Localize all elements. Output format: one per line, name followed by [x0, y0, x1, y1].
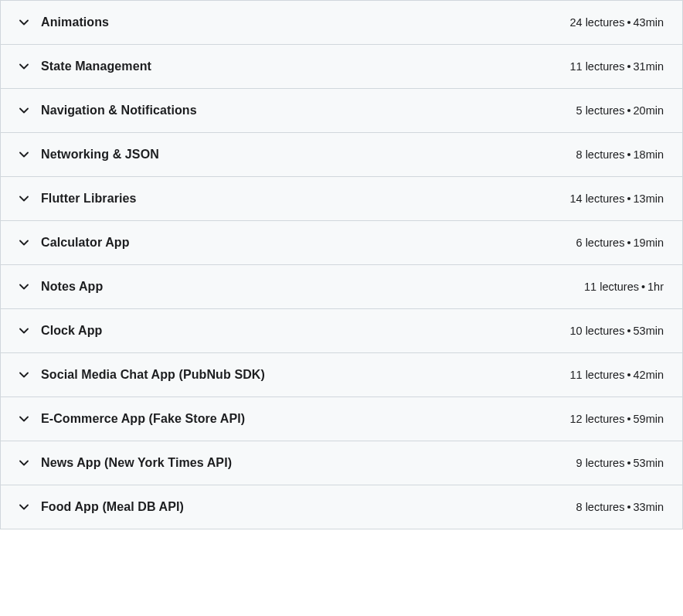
- separator-dot: •: [624, 325, 633, 337]
- separator-dot: •: [624, 192, 633, 205]
- section-lectures-count: 11 lectures: [569, 369, 624, 381]
- section-title: Notes App: [41, 280, 103, 294]
- section-lectures-count: 9 lectures: [576, 457, 625, 469]
- section-row[interactable]: Clock App10 lectures•53min: [1, 309, 682, 353]
- section-row[interactable]: Notes App11 lectures•1hr: [1, 265, 682, 309]
- section-title: State Management: [41, 60, 151, 73]
- section-meta: 9 lectures•53min: [576, 457, 664, 469]
- section-lectures-count: 6 lectures: [576, 237, 625, 249]
- section-row[interactable]: Calculator App6 lectures•19min: [1, 221, 682, 265]
- section-meta: 10 lectures•53min: [569, 325, 664, 337]
- section-title: Animations: [41, 15, 109, 29]
- separator-dot: •: [624, 104, 633, 117]
- chevron-down-icon: [19, 458, 29, 468]
- section-duration: 53min: [634, 457, 664, 469]
- section-duration: 42min: [634, 369, 664, 381]
- section-meta: 14 lectures•13min: [569, 192, 664, 205]
- chevron-down-icon: [19, 326, 29, 335]
- section-meta: 5 lectures•20min: [576, 104, 664, 117]
- section-lectures-count: 24 lectures: [569, 16, 624, 29]
- section-lectures-count: 8 lectures: [576, 501, 625, 513]
- separator-dot: •: [624, 457, 633, 469]
- section-row[interactable]: Navigation & Notifications5 lectures•20m…: [1, 89, 682, 133]
- section-row[interactable]: State Management11 lectures•31min: [1, 45, 682, 89]
- chevron-down-icon: [19, 414, 29, 424]
- section-row-left: News App (New York Times API): [19, 456, 232, 470]
- chevron-down-icon: [19, 282, 29, 291]
- section-title: Calculator App: [41, 236, 130, 250]
- chevron-down-icon: [19, 194, 29, 203]
- section-title: Navigation & Notifications: [41, 104, 197, 117]
- separator-dot: •: [624, 369, 633, 381]
- section-row-left: Social Media Chat App (PubNub SDK): [19, 368, 265, 382]
- section-duration: 43min: [634, 16, 664, 29]
- separator-dot: •: [624, 413, 633, 425]
- chevron-down-icon: [19, 150, 29, 159]
- section-row-left: Calculator App: [19, 236, 130, 250]
- section-row[interactable]: Social Media Chat App (PubNub SDK)11 lec…: [1, 353, 682, 397]
- section-lectures-count: 10 lectures: [569, 325, 624, 337]
- section-lectures-count: 12 lectures: [569, 413, 624, 425]
- separator-dot: •: [624, 60, 633, 73]
- section-row-left: Food App (Meal DB API): [19, 500, 184, 514]
- section-row-left: Animations: [19, 15, 109, 29]
- section-row-left: Clock App: [19, 324, 102, 338]
- section-row-left: E-Commerce App (Fake Store API): [19, 412, 245, 426]
- section-title: Social Media Chat App (PubNub SDK): [41, 368, 265, 382]
- section-row-left: State Management: [19, 60, 151, 73]
- section-meta: 11 lectures•1hr: [584, 281, 664, 293]
- section-row[interactable]: E-Commerce App (Fake Store API)12 lectur…: [1, 397, 682, 441]
- section-meta: 11 lectures•42min: [569, 369, 664, 381]
- separator-dot: •: [624, 16, 633, 29]
- section-title: Networking & JSON: [41, 148, 159, 162]
- section-meta: 12 lectures•59min: [569, 413, 664, 425]
- section-meta: 8 lectures•33min: [576, 501, 664, 513]
- section-duration: 18min: [634, 148, 664, 161]
- separator-dot: •: [639, 281, 647, 293]
- chevron-down-icon: [19, 106, 29, 115]
- chevron-down-icon: [19, 370, 29, 379]
- section-meta: 24 lectures•43min: [569, 16, 664, 29]
- section-title: Clock App: [41, 324, 102, 338]
- section-lectures-count: 14 lectures: [569, 192, 624, 205]
- section-row[interactable]: Food App (Meal DB API)8 lectures•33min: [1, 485, 682, 529]
- section-duration: 33min: [634, 501, 664, 513]
- section-duration: 59min: [634, 413, 664, 425]
- section-row-left: Networking & JSON: [19, 148, 159, 162]
- section-duration: 19min: [634, 237, 664, 249]
- section-duration: 1hr: [647, 281, 664, 293]
- section-duration: 53min: [634, 325, 664, 337]
- separator-dot: •: [624, 237, 633, 249]
- section-title: E-Commerce App (Fake Store API): [41, 412, 245, 426]
- section-row[interactable]: Flutter Libraries14 lectures•13min: [1, 177, 682, 221]
- chevron-down-icon: [19, 18, 29, 27]
- section-duration: 20min: [634, 104, 664, 117]
- chevron-down-icon: [19, 62, 29, 71]
- chevron-down-icon: [19, 238, 29, 247]
- section-title: News App (New York Times API): [41, 456, 232, 470]
- chevron-down-icon: [19, 502, 29, 512]
- section-lectures-count: 11 lectures: [569, 60, 624, 73]
- section-duration: 13min: [634, 192, 664, 205]
- section-row[interactable]: News App (New York Times API)9 lectures•…: [1, 441, 682, 485]
- section-lectures-count: 8 lectures: [576, 148, 625, 161]
- section-title: Food App (Meal DB API): [41, 500, 184, 514]
- section-duration: 31min: [634, 60, 664, 73]
- section-row-left: Navigation & Notifications: [19, 104, 197, 117]
- section-row-left: Notes App: [19, 280, 103, 294]
- section-meta: 11 lectures•31min: [569, 60, 664, 73]
- section-meta: 6 lectures•19min: [576, 237, 664, 249]
- section-lectures-count: 11 lectures: [584, 281, 639, 293]
- section-row[interactable]: Networking & JSON8 lectures•18min: [1, 133, 682, 177]
- separator-dot: •: [624, 148, 633, 161]
- separator-dot: •: [624, 501, 633, 513]
- section-lectures-count: 5 lectures: [576, 104, 625, 117]
- section-row-left: Flutter Libraries: [19, 192, 137, 206]
- section-row[interactable]: Animations24 lectures•43min: [1, 1, 682, 45]
- section-meta: 8 lectures•18min: [576, 148, 664, 161]
- section-title: Flutter Libraries: [41, 192, 137, 206]
- course-sections-accordion: Animations24 lectures•43minState Managem…: [0, 0, 683, 529]
